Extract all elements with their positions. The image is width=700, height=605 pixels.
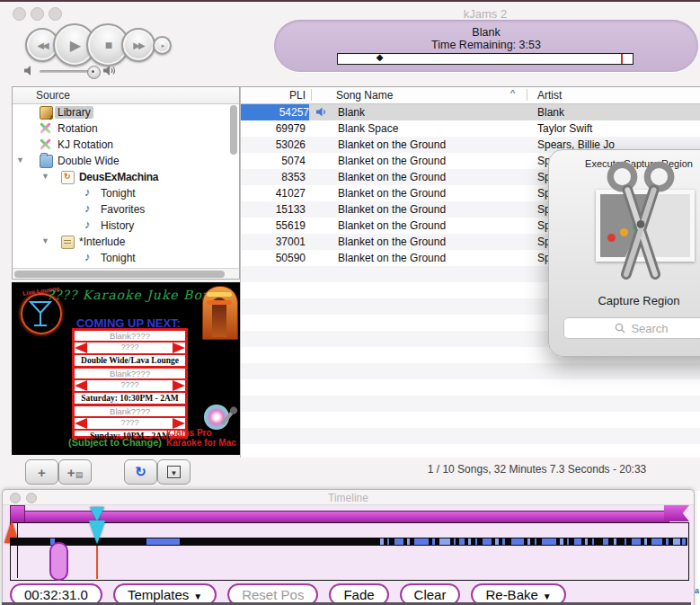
- beat-tick: [468, 538, 471, 545]
- sync-icon: ↻: [135, 464, 146, 480]
- zoom-playhead-marker[interactable]: [90, 507, 104, 521]
- cell-song-name: Blanket on the Ground: [338, 219, 446, 232]
- beat-tick: [483, 538, 492, 545]
- end-marker: [621, 54, 623, 64]
- slot-arrow-band: ????: [75, 341, 185, 355]
- cell-artist: Blank: [537, 106, 564, 119]
- disclosure-triangle-icon[interactable]: ▼: [41, 236, 49, 245]
- beat-track[interactable]: [10, 538, 687, 546]
- column-header-pli[interactable]: PLI: [241, 89, 306, 102]
- sidebar-item-rotation[interactable]: Rotation: [13, 120, 239, 137]
- disclosure-triangle-icon[interactable]: ▼: [41, 172, 49, 181]
- sync-button[interactable]: ↻: [124, 459, 157, 485]
- table-row-empty: [241, 412, 700, 428]
- fast-forward-button[interactable]: ▶▶: [121, 28, 155, 62]
- cell-artist: Taylor Swift: [537, 122, 592, 135]
- slot-song: Blank????: [75, 406, 185, 416]
- minimize-button[interactable]: [31, 7, 44, 21]
- timeline-zoom-bar[interactable]: [10, 511, 669, 523]
- cell-song-name: Blanket on the Ground: [338, 138, 446, 151]
- sidebar-item-tonight[interactable]: Tonight: [13, 185, 239, 201]
- library-icon: [40, 106, 53, 120]
- sidebar-item-tonight[interactable]: Tonight: [13, 250, 239, 266]
- step-forward-icon: ▸: [162, 42, 164, 49]
- table-row[interactable]: 54257BlankBlank: [241, 104, 700, 120]
- dropdown-arrow-icon: ▼: [193, 592, 202, 601]
- table-row-empty: [241, 428, 700, 444]
- sidebar-item-favorites[interactable]: Favorites: [13, 201, 239, 218]
- progress-marker-icon[interactable]: ◆: [377, 52, 384, 62]
- beat-tick: [625, 538, 626, 545]
- cell-pli: 69979: [241, 122, 306, 135]
- disclosure-triangle-icon[interactable]: ▼: [16, 156, 24, 165]
- beat-tick: [542, 538, 556, 545]
- search-placeholder: Search: [631, 322, 668, 335]
- jukebox-icon: [202, 286, 238, 340]
- search-input[interactable]: Search: [563, 317, 700, 339]
- song-progress-bar[interactable]: ◆: [337, 53, 634, 65]
- right-arrow-icon: [173, 380, 185, 391]
- sidebar-item-library[interactable]: Library: [13, 104, 239, 120]
- window-title: kJams 2: [431, 7, 539, 21]
- cell-pli: 8353: [241, 171, 306, 183]
- beat-tick: [614, 538, 616, 545]
- volume-low-icon: [23, 65, 36, 76]
- beat-tick: [574, 538, 581, 545]
- cell-pli: 55619: [241, 219, 306, 232]
- timeline-region-handle[interactable]: [49, 542, 68, 581]
- zoom-button[interactable]: [49, 7, 62, 21]
- dropdown-arrow-icon: ▼: [543, 592, 552, 601]
- beat-tick: [475, 538, 477, 545]
- note-icon: [83, 203, 94, 215]
- beat-tick: [567, 538, 569, 545]
- slot-singer: ????: [75, 418, 185, 428]
- slot-singer: ????: [75, 343, 185, 352]
- timeline-track[interactable]: [10, 522, 689, 581]
- sidebar-item-label: History: [101, 219, 134, 232]
- export-button[interactable]: ▼: [157, 459, 191, 485]
- cell-pli: 5074: [241, 155, 306, 167]
- volume-slider-thumb[interactable]: [87, 66, 101, 79]
- kjams-brand-text: kJams ProKaraoke for Mac: [166, 428, 236, 448]
- volume-high-icon: [102, 65, 118, 76]
- plus-icon: +: [38, 465, 46, 480]
- beat-tick: [454, 538, 456, 545]
- table-row[interactable]: 69979Blank SpaceTaylor Swift: [241, 120, 700, 137]
- rotation-icon: [40, 138, 51, 150]
- page-icon: [61, 236, 75, 249]
- beat-tick: [394, 538, 403, 545]
- rewind-icon: ◀◀: [37, 40, 47, 50]
- sidebar-item-label: Library: [55, 106, 93, 119]
- sidebar-item-double-wide[interactable]: ▼Double Wide: [13, 153, 239, 169]
- cell-pli: 50590: [241, 252, 306, 264]
- beat-tick: [673, 538, 680, 545]
- plus-playlist-button[interactable]: +▤: [58, 459, 92, 485]
- beat-tick: [459, 538, 465, 545]
- slot-caption: Saturday: 10:30PM - 2AM: [75, 393, 185, 404]
- cell-song-name: Blanket on the Ground: [338, 155, 446, 167]
- source-horizontal-scrollbar[interactable]: [13, 268, 239, 279]
- sidebar-item-deusexmachina[interactable]: ▼DeusExMachina: [13, 169, 239, 185]
- column-header-song-name[interactable]: Song Name: [336, 89, 393, 102]
- beat-tick: [603, 538, 608, 545]
- playhead-marker[interactable]: [89, 520, 105, 544]
- sort-ascending-icon[interactable]: ^: [510, 88, 515, 99]
- coming-up-slot: Blank????????Double Wide/Lava Lounge: [75, 331, 185, 369]
- time-remaining: Time Remaining: 3:53: [274, 39, 698, 51]
- scissors-icon: [601, 161, 680, 280]
- timeline-zoom-bar-right-end[interactable]: [664, 505, 689, 521]
- step-forward-button[interactable]: ▸: [153, 36, 172, 55]
- sidebar-item-history[interactable]: History: [13, 218, 239, 234]
- beat-tick: [632, 538, 641, 545]
- close-button[interactable]: [13, 7, 26, 21]
- column-header-artist[interactable]: Artist: [537, 89, 562, 102]
- cell-song-name: Blank Space: [338, 122, 398, 135]
- sidebar-item-kj-rotation[interactable]: KJ Rotation: [13, 137, 239, 153]
- sidebar-item-interlude[interactable]: ▼*Interlude: [13, 234, 239, 250]
- status-summary: 1 / 10 Songs, 32 Minutes 7.3 Seconds - 2…: [377, 463, 696, 476]
- beat-tick: [560, 538, 563, 545]
- source-vertical-scrollbar[interactable]: [230, 105, 238, 267]
- timeline-title: Timeline: [3, 492, 694, 504]
- plus-button[interactable]: +: [25, 459, 58, 485]
- note-icon: [83, 187, 94, 199]
